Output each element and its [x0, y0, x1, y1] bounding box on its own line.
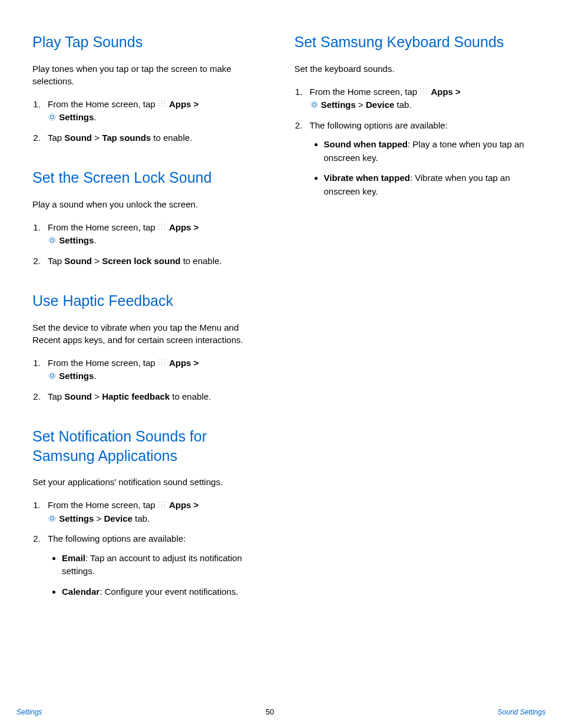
gt: >: [191, 222, 199, 232]
settings-icon: [48, 236, 57, 245]
section-heading-screen-lock-sound: Set the Screen Lock Sound: [32, 168, 268, 187]
bullet-item: Vibrate when tapped: Vibrate when you ta…: [324, 172, 530, 198]
device-label: Device: [104, 513, 132, 523]
step-text: Tap: [48, 256, 64, 266]
bullet-item: Calendar: Configure your event notificat…: [62, 585, 268, 599]
section-heading-keyboard-sounds: Set Samsung Keyboard Sounds: [295, 32, 530, 52]
apps-icon: [158, 501, 167, 509]
apps-label: Apps: [169, 358, 191, 368]
steps-list: From the Home screen, tap Apps > Setting…: [295, 85, 530, 199]
gt: >: [92, 133, 102, 143]
settings-label: Settings: [59, 371, 94, 381]
bullet-item: Email: Tap an account to adjust its noti…: [62, 552, 268, 578]
settings-label: Settings: [321, 100, 356, 110]
gt: >: [92, 256, 102, 266]
svg-point-8: [310, 101, 317, 108]
bold: Vibrate when tapped: [324, 173, 410, 183]
svg-point-3: [51, 239, 54, 242]
gt: >: [356, 100, 366, 110]
bold: Tap sounds: [102, 133, 151, 143]
steps-list: From the Home screen, tap Apps > Setting…: [32, 221, 268, 268]
page-footer: Settings 50 Sound Settings: [0, 707, 562, 716]
intro-text: Set the device to vibrate when you tap t…: [32, 321, 268, 346]
step-text: Tap: [48, 391, 64, 401]
step-item: The following options are available: Ema…: [43, 532, 268, 598]
section-heading-haptic-feedback: Use Haptic Feedback: [32, 291, 268, 311]
settings-label: Settings: [59, 513, 94, 523]
apps-label: Apps: [169, 99, 191, 109]
settings-label: Settings: [59, 112, 94, 122]
step-item: From the Home screen, tap Apps > Setting…: [43, 221, 268, 248]
bold: Screen lock sound: [102, 256, 180, 266]
step-text: The following options are available:: [310, 120, 448, 130]
bold: Sound: [64, 133, 92, 143]
page-number: 50: [266, 707, 274, 716]
text: to enable.: [181, 256, 222, 266]
svg-point-7: [51, 516, 54, 520]
step-item: Tap Sound > Screen lock sound to enable.: [43, 255, 268, 268]
bold: Sound when tapped: [324, 139, 408, 149]
step-item: From the Home screen, tap Apps > Setting…: [43, 357, 268, 383]
bold: Sound: [64, 256, 92, 266]
step-item: From the Home screen, tap Apps > Setting…: [43, 499, 268, 525]
apps-label: Apps: [169, 222, 191, 232]
intro-text: Set the keyboard sounds.: [295, 62, 530, 75]
apps-label: Apps: [169, 500, 191, 510]
gt: >: [191, 358, 199, 368]
footer-right: Sound Settings: [498, 708, 546, 716]
bullet-item: Sound when tapped: Play a tone when you …: [324, 138, 530, 164]
settings-label: Settings: [59, 235, 94, 245]
apps-icon: [158, 359, 167, 367]
text: to enable.: [151, 133, 192, 143]
svg-point-6: [49, 515, 55, 521]
footer-left: Settings: [16, 708, 42, 716]
intro-text: Play tones when you tap or tap the scree…: [32, 62, 268, 87]
section-heading-notification-sounds: Set Notification Sounds for Samsung Appl…: [32, 427, 268, 465]
gt: >: [94, 513, 104, 523]
bullet-list: Sound when tapped: Play a tone when you …: [310, 138, 530, 198]
period: .: [94, 112, 96, 122]
bold: Email: [62, 553, 85, 563]
gt: >: [191, 500, 199, 510]
step-text: From the Home screen, tap: [48, 222, 158, 232]
step-item: From the Home screen, tap Apps > Setting…: [305, 85, 530, 112]
settings-icon: [310, 100, 319, 109]
page-content: Play Tap Sounds Play tones when you tap …: [0, 0, 562, 622]
gt: >: [453, 87, 461, 97]
text: : Tap an account to adjust its notificat…: [62, 553, 242, 577]
svg-point-2: [49, 237, 55, 243]
text: tab.: [394, 100, 411, 110]
steps-list: From the Home screen, tap Apps > Setting…: [32, 357, 268, 404]
apps-icon: [419, 88, 428, 95]
bold: Sound: [64, 391, 92, 401]
settings-icon: [48, 113, 57, 121]
step-item: Tap Sound > Tap sounds to enable.: [43, 131, 268, 145]
gt: >: [92, 391, 102, 401]
step-text: From the Home screen, tap: [48, 500, 158, 510]
left-column: Play Tap Sounds Play tones when you tap …: [32, 32, 268, 622]
bold: Haptic feedback: [102, 391, 170, 401]
svg-point-9: [312, 103, 316, 107]
svg-point-1: [51, 116, 54, 119]
svg-point-0: [49, 114, 55, 120]
gt: >: [191, 99, 199, 109]
step-text: The following options are available:: [48, 533, 186, 543]
apps-label: Apps: [431, 87, 453, 97]
step-text: From the Home screen, tap: [310, 87, 420, 97]
right-column: Set Samsung Keyboard Sounds Set the keyb…: [295, 32, 530, 622]
step-text: From the Home screen, tap: [48, 99, 158, 109]
settings-icon: [48, 371, 57, 380]
step-text: Tap: [48, 133, 64, 143]
step-item: From the Home screen, tap Apps > Setting…: [43, 98, 268, 124]
bullet-list: Email: Tap an account to adjust its noti…: [48, 552, 268, 599]
section-heading-play-tap-sounds: Play Tap Sounds: [32, 32, 268, 52]
bold: Calendar: [62, 587, 100, 597]
settings-icon: [48, 514, 57, 523]
text: tab.: [133, 513, 150, 523]
steps-list: From the Home screen, tap Apps > Setting…: [32, 98, 268, 145]
text: : Configure your event notifications.: [100, 587, 238, 597]
text: to enable.: [170, 391, 211, 401]
apps-icon: [158, 100, 167, 108]
svg-point-5: [51, 374, 54, 378]
period: .: [94, 235, 96, 245]
